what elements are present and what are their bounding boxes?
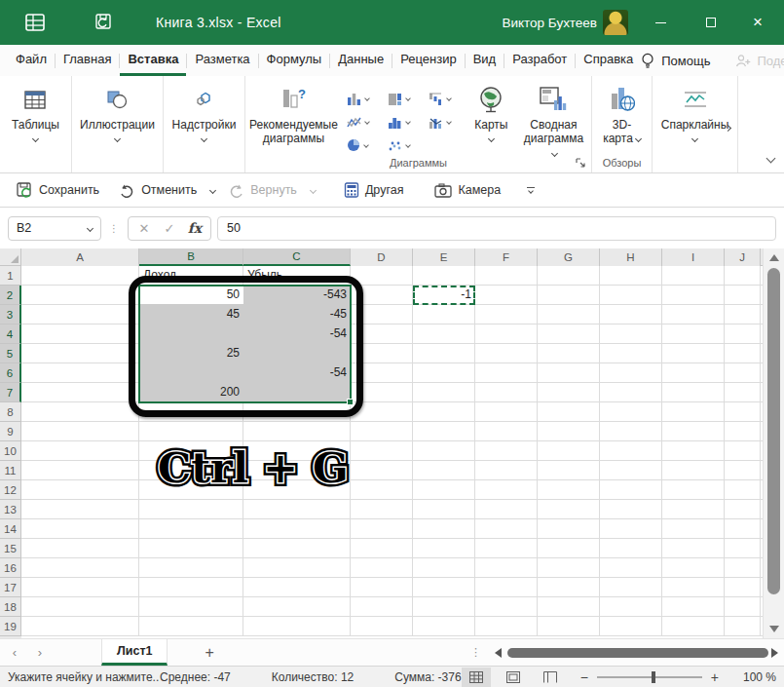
col-header-B[interactable]: B (139, 248, 243, 266)
col-header-G[interactable]: G (538, 248, 600, 266)
col-header-C[interactable]: C (243, 248, 351, 266)
zoom-level[interactable]: 100 % (733, 670, 776, 684)
zoom-slider[interactable] (597, 676, 702, 678)
help-button[interactable]: Помощь (641, 53, 710, 69)
row-header-3[interactable]: 3 (0, 305, 21, 324)
waterfall-chart-button[interactable] (426, 87, 467, 110)
scroll-right-icon[interactable] (771, 648, 778, 658)
col-header-D[interactable]: D (351, 248, 413, 266)
grid-body[interactable]: Ctrl + G Ctrl + G Ctrl + G ДоходУбыль50-… (21, 266, 763, 638)
excel-app-icon[interactable] (25, 13, 45, 32)
name-box[interactable]: B2 (8, 216, 101, 241)
vertical-scroll-thumb[interactable] (767, 268, 780, 594)
collapse-ribbon-button[interactable] (767, 150, 774, 165)
cancel-entry-icon[interactable]: ✕ (132, 218, 156, 239)
row-header-8[interactable]: 8 (0, 402, 21, 422)
histogram-chart-button[interactable] (385, 110, 426, 134)
normal-view-button[interactable] (462, 668, 491, 687)
row-header-14[interactable]: 14 (0, 519, 21, 539)
confirm-entry-icon[interactable]: ✓ (158, 218, 181, 239)
maximize-button[interactable] (689, 0, 733, 45)
row-header-9[interactable]: 9 (0, 422, 21, 441)
formula-input[interactable]: 50 (217, 216, 776, 241)
treemap-chart-button[interactable] (385, 87, 426, 110)
row-header-10[interactable]: 10 (0, 441, 21, 461)
insert-function-icon[interactable]: fx (183, 218, 206, 239)
save-button[interactable]: Сохранить (10, 178, 106, 203)
row-header-13[interactable]: 13 (0, 500, 21, 519)
close-button[interactable]: × (735, 0, 780, 45)
tab-Справка[interactable]: Справка (576, 45, 641, 76)
row-header-16[interactable]: 16 (0, 558, 21, 578)
line-chart-button[interactable] (344, 110, 385, 134)
page-break-view-button[interactable] (536, 668, 565, 687)
redo-button[interactable]: Вернуть (221, 179, 304, 202)
row-header-19[interactable]: 19 (0, 617, 21, 636)
row-header-15[interactable]: 15 (0, 539, 21, 558)
horizontal-scroll-thumb[interactable] (507, 648, 768, 658)
tab-Разработ[interactable]: Разработ (504, 45, 575, 76)
other-button[interactable]: Другая (337, 178, 411, 202)
tab-Формулы[interactable]: Формулы (259, 45, 330, 76)
sheet-tabs-menu-icon[interactable]: ⋮ (470, 646, 481, 659)
pie-chart-button[interactable] (344, 134, 385, 157)
col-header-I[interactable]: I (662, 248, 725, 266)
tab-Разметка[interactable]: Разметка (187, 45, 257, 76)
col-header-H[interactable]: H (600, 248, 662, 266)
row-header-7[interactable]: 7 (0, 383, 21, 402)
select-all-corner[interactable] (0, 248, 21, 266)
tab-Вставка[interactable]: Вставка (120, 45, 186, 76)
row-header-1[interactable]: 1 (0, 266, 21, 286)
sheet-nav-next-icon[interactable]: › (25, 645, 55, 660)
charts-dialog-launcher[interactable] (575, 157, 586, 169)
tab-Вид[interactable]: Вид (466, 45, 504, 76)
tables-button[interactable]: Таблицы (8, 82, 63, 172)
tab-Файл[interactable]: Файл (8, 45, 55, 76)
page-layout-view-button[interactable] (499, 668, 528, 687)
save-sync-icon[interactable] (94, 13, 114, 32)
add-sheet-button[interactable]: + (205, 644, 213, 662)
horizontal-scrollbar[interactable] (487, 639, 784, 666)
scroll-down-icon[interactable] (769, 626, 779, 632)
account-name[interactable]: Виктор Бухтеев (502, 0, 597, 45)
zoom-slider-handle[interactable] (652, 671, 655, 683)
row-header-18[interactable]: 18 (0, 597, 21, 617)
row-header-4[interactable]: 4 (0, 324, 21, 344)
undo-button[interactable]: Отменить (112, 179, 204, 202)
formula-bar-drag-handle[interactable]: ⋮ (109, 223, 120, 234)
row-header-11[interactable]: 11 (0, 461, 21, 480)
column-chart-button[interactable] (344, 87, 385, 110)
camera-button[interactable]: Камера (428, 179, 507, 202)
scatter-chart-button[interactable] (385, 134, 426, 157)
row-header-12[interactable]: 12 (0, 480, 21, 500)
scroll-up-icon[interactable] (769, 254, 779, 261)
minimize-button[interactable] (638, 0, 683, 45)
col-header-E[interactable]: E (413, 248, 475, 266)
sparklines-button[interactable]: Спарклайны (657, 82, 733, 172)
row-header-5[interactable]: 5 (0, 344, 21, 363)
undo-dropdown-icon[interactable] (209, 186, 216, 193)
tab-Главная[interactable]: Главная (56, 45, 119, 76)
col-header-F[interactable]: F (475, 248, 538, 266)
sparklines-overflow-button[interactable] (726, 121, 735, 134)
tab-Данные[interactable]: Данные (330, 45, 392, 76)
row-header-2[interactable]: 2 (0, 286, 21, 305)
user-avatar[interactable] (603, 10, 628, 35)
horizontal-scroll-track[interactable] (507, 647, 764, 659)
row-header-17[interactable]: 17 (0, 578, 21, 597)
col-header-A[interactable]: A (21, 248, 139, 266)
zoom-out-button[interactable]: − (580, 669, 588, 685)
vertical-scrollbar[interactable] (763, 248, 784, 638)
qat-customize-button[interactable] (527, 187, 535, 193)
addins-button[interactable]: Надстройки (168, 82, 241, 172)
zoom-in-button[interactable]: + (711, 669, 719, 685)
share-button[interactable]: Поделиться (735, 54, 784, 68)
combo-chart-button[interactable] (426, 110, 467, 134)
tab-Рецензир[interactable]: Рецензир (392, 45, 465, 76)
scroll-left-icon[interactable] (495, 648, 502, 658)
row-header-6[interactable]: 6 (0, 363, 21, 383)
redo-dropdown-icon[interactable] (310, 186, 317, 193)
sheet-tab-list1[interactable]: Лист1 (101, 639, 168, 666)
illustrations-button[interactable]: Иллюстрации (76, 82, 159, 172)
col-header-J[interactable]: J (725, 248, 761, 266)
